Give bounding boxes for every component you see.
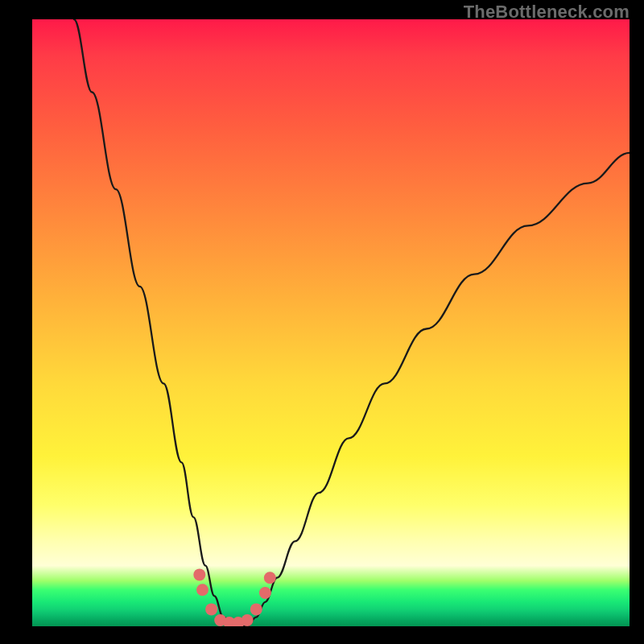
watermark-text: TheBottleneck.com <box>464 2 630 23</box>
plot-area <box>32 19 630 626</box>
chart-frame: TheBottleneck.com <box>0 0 644 644</box>
